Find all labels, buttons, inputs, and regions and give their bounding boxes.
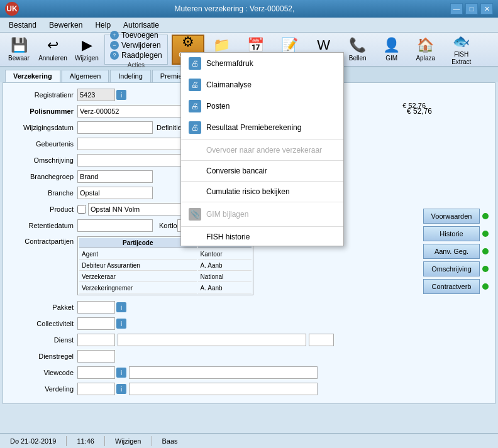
verdeling-desc-input[interactable]	[129, 383, 318, 395]
branche-label: Branche	[8, 189, 77, 197]
dossier-icon: 📁	[213, 37, 230, 53]
contractverb-row: Contractverb	[423, 279, 489, 294]
dienst-label: Dienst	[8, 336, 77, 344]
opties-dropdown: 🖨 Schermafdruk 🖨 Claimanalyse 🖨 Posten 🖨…	[180, 52, 344, 246]
aanv-geg-button[interactable]: Aanv. Geg.	[423, 244, 480, 259]
viewcode-desc-input[interactable]	[129, 366, 318, 379]
conversie-item[interactable]: Conversie bancair	[181, 162, 343, 180]
verwijderen-button[interactable]: − Verwijderen	[110, 40, 162, 50]
resultaat-premie-item[interactable]: 🖨 Resultaat Premieberekening	[181, 117, 343, 138]
cumulatie-item[interactable]: Cumulatie risico bekijken	[181, 183, 343, 200]
viewcode-info-icon[interactable]: i	[116, 368, 126, 378]
bedrag-display: € 52,76	[402, 102, 426, 109]
branchegroep-input[interactable]	[77, 170, 153, 183]
menu-bar: Bestand Bewerken Help Autorisatie	[0, 18, 498, 33]
gebeurtenis-label: Gebeurtenis	[8, 140, 77, 148]
kortlo-label: Kortlo	[159, 222, 177, 229]
pakket-input[interactable]	[77, 301, 115, 314]
table-row[interactable]: VerzekeraarNational	[79, 272, 252, 282]
resultaat-premie-label: Resultaat Premieberekening	[206, 123, 301, 132]
dienst-extra-input[interactable]	[118, 334, 306, 346]
cell-volledig: A. Aanb	[198, 283, 252, 293]
omschrijving-button[interactable]: Omschrijving	[423, 261, 480, 276]
conversie-label: Conversie bancair	[206, 167, 267, 175]
status-date: Do 21-02-2019	[5, 437, 61, 445]
registratienr-info-icon[interactable]: i	[116, 90, 126, 100]
pakket-label: Pakket	[8, 303, 77, 311]
tab-indeling[interactable]: Indeling	[110, 70, 151, 82]
toevoegen-button[interactable]: + Toevoegen	[110, 30, 162, 40]
verdeling-input[interactable]	[77, 383, 115, 395]
annuleren-button[interactable]: ↩ Annuleren	[36, 35, 69, 65]
overvoer-label: Overvoer naar andere verzekeraar	[206, 146, 322, 155]
wijzigen-button[interactable]: ▶ Wijzigen	[70, 35, 103, 65]
schermafdruk-item[interactable]: 🖨 Schermafdruk	[181, 53, 343, 74]
registratienr-input[interactable]	[77, 89, 115, 101]
fish-historie-item[interactable]: FISH historie	[181, 228, 343, 246]
tab-algemeen[interactable]: Algemeen	[62, 70, 109, 82]
collectiviteit-label: Collectiviteit	[8, 320, 77, 327]
cumulatie-label: Cumulatie risico bekijken	[206, 187, 290, 196]
dienst-input[interactable]	[77, 334, 115, 346]
definitief-label: Definitief	[157, 124, 184, 131]
posten-item[interactable]: 🖨 Posten	[181, 96, 343, 117]
wijzigingsdatum-input[interactable]	[77, 121, 153, 134]
gim-icon: 👤	[383, 37, 400, 53]
contractpartijen-label: Contractpartijen	[8, 236, 77, 245]
product-input[interactable]	[88, 203, 189, 216]
separator-2	[181, 160, 343, 161]
table-row[interactable]: Debiteur AssurantienA. Aanb	[79, 261, 252, 271]
pakket-row: Pakket i	[8, 300, 490, 314]
menu-bestand[interactable]: Bestand	[3, 18, 43, 32]
registratienr-label: Registratienr	[8, 91, 77, 99]
gim-bijlagen-icon: 📎	[189, 208, 201, 221]
table-row[interactable]: VerzekeringnemerA. Aanb	[79, 283, 252, 293]
viewcode-input[interactable]	[77, 366, 115, 379]
branche-input[interactable]	[77, 187, 153, 199]
gim-bijlagen-label: GIM bijlagen	[206, 210, 248, 219]
raadplegen-icon: ?	[110, 51, 119, 60]
resultaat-premie-icon: 🖨	[189, 121, 201, 134]
collectiviteit-input[interactable]	[77, 317, 115, 330]
dienst-code-input[interactable]	[309, 334, 334, 346]
tab-verzekering[interactable]: Verzekering	[5, 70, 60, 82]
raadplegen-button[interactable]: ? Raadplegen	[110, 50, 162, 60]
retentiedatum-input[interactable]	[77, 219, 153, 232]
fish-historie-label: FISH historie	[206, 232, 250, 241]
table-row[interactable]: AgentKantoor	[79, 249, 252, 260]
claimanalyse-item[interactable]: 🖨 Claimanalyse	[181, 74, 343, 96]
col-partijcode: Partijcode	[79, 238, 197, 248]
omschrijving-label: Omschrijving	[8, 156, 77, 164]
gim-button[interactable]: 👤 GIM	[375, 35, 408, 65]
contractverb-button[interactable]: Contractverb	[423, 279, 480, 294]
historie-button[interactable]: Historie	[423, 226, 480, 241]
verdeling-row: Verdeling i	[8, 382, 490, 396]
bewaar-button[interactable]: 💾 Bewaar	[3, 35, 35, 65]
close-button[interactable]: ✕	[480, 3, 493, 14]
taken-icon: 📅	[247, 37, 264, 53]
dienstregel-input[interactable]	[77, 350, 115, 363]
omschrijving-row: Omschrijving	[423, 261, 489, 276]
fish-extract-button[interactable]: 🐟 FISH Extract	[443, 35, 480, 65]
claimanalyse-icon: 🖨	[189, 79, 201, 91]
verdeling-info-icon[interactable]: i	[116, 384, 126, 394]
bellen-label: Bellen	[349, 55, 367, 62]
window-controls: — □ ✕	[450, 3, 493, 14]
collectiviteit-info-icon[interactable]: i	[116, 319, 126, 329]
schermafdruk-label: Schermafdruk	[206, 59, 253, 68]
notities-icon: 📝	[281, 37, 298, 53]
minimize-button[interactable]: —	[450, 3, 463, 14]
aplaza-button[interactable]: 🏠 Aplaza	[409, 35, 442, 65]
overvoer-item: Overvoer naar andere verzekeraar	[181, 141, 343, 159]
posten-icon: 🖨	[189, 100, 201, 112]
gim-bijlagen-item: 📎 GIM bijlagen	[181, 204, 343, 225]
aplaza-icon: 🏠	[417, 37, 434, 53]
menu-bewerken[interactable]: Bewerken	[43, 18, 89, 32]
pakket-info-icon[interactable]: i	[116, 302, 126, 312]
voorwaarden-button[interactable]: Voorwaarden	[423, 209, 480, 224]
maximize-button[interactable]: □	[465, 3, 478, 14]
product-checkbox[interactable]	[77, 205, 86, 214]
app-logo: UK	[5, 2, 19, 16]
retentiedatum-label: Retentiedatum	[8, 222, 77, 229]
bellen-button[interactable]: 📞 Bellen	[341, 35, 374, 65]
